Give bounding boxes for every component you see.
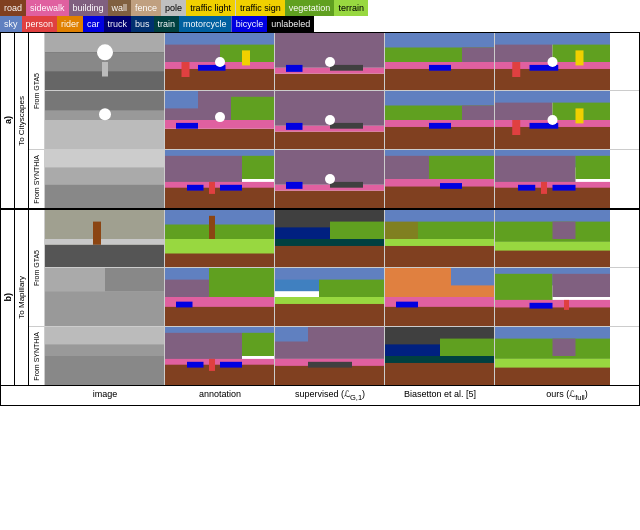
- b-synthia-img: [45, 327, 165, 385]
- b-synthia-ann: [165, 327, 275, 385]
- gta5-bia-1: [385, 33, 495, 90]
- legend-row-2: sky person rider car truck bus train mot…: [0, 16, 640, 32]
- legend-car: car: [83, 16, 104, 32]
- section-b: b) To Mapillary From GTA5: [1, 210, 639, 385]
- seg-cell: [275, 268, 385, 326]
- seg-cell: [495, 150, 639, 208]
- gta5-ann-2: [165, 91, 275, 149]
- b-synthia-sup: [275, 327, 385, 385]
- legend-bus: bus: [131, 16, 154, 32]
- bottom-label-annotation: annotation: [165, 389, 275, 402]
- gta5-ours-1: [495, 33, 610, 90]
- legend-truck: truck: [104, 16, 132, 32]
- gta5-ours-2: [495, 91, 610, 149]
- seg-cell: [165, 268, 275, 326]
- legend-building: building: [69, 0, 108, 16]
- gta5-img-2: [45, 91, 165, 149]
- seg-cell: [385, 150, 495, 208]
- legend-terrain: terrain: [334, 0, 368, 16]
- seg-cell: [385, 91, 495, 149]
- legend-container: road sidewalk building wall fence pole t…: [0, 0, 640, 33]
- img-cell: [45, 91, 165, 149]
- seg-cell: [275, 327, 385, 385]
- seg-cell: [165, 91, 275, 149]
- legend-train: train: [154, 16, 180, 32]
- legend-bicycle: bicycle: [231, 16, 268, 32]
- legend-person: person: [22, 16, 58, 32]
- seg-cell: [495, 91, 639, 149]
- b-gta5-ann-1: [165, 210, 275, 267]
- legend-rider: rider: [57, 16, 83, 32]
- img-cell: [45, 327, 165, 385]
- legend-vegetation: vegetation: [285, 0, 335, 16]
- b-gta5-bia-1: [385, 210, 495, 267]
- b-gta5-sup-1: [275, 210, 385, 267]
- seg-cell: [495, 327, 639, 385]
- seg-cell: [165, 210, 275, 267]
- legend-traffic-light: traffic light: [186, 0, 235, 16]
- img-cell: [45, 33, 165, 90]
- seg-cell: [165, 327, 275, 385]
- bottom-label-biasetton: Biasetton et al. [5]: [385, 389, 495, 402]
- b-gta5-img-2: [45, 268, 165, 326]
- section-b-label: b): [3, 293, 13, 302]
- legend-road: road: [0, 0, 26, 16]
- seg-cell: [165, 150, 275, 208]
- legend-fence: fence: [131, 0, 161, 16]
- gta5-sup-2: [275, 91, 385, 149]
- b-sublabel-gta5: From GTA5: [33, 250, 40, 286]
- a-sublabel-synthia: From SYNTHIA: [33, 155, 40, 204]
- seg-cell: [165, 33, 275, 90]
- gta5-sup-1: [275, 33, 385, 90]
- b-gta5-sup-2: [275, 268, 385, 326]
- bottom-label-supervised: supervised (ℒG,1): [275, 389, 385, 402]
- seg-cell: [275, 91, 385, 149]
- seg-cell: [385, 268, 495, 326]
- synthia-sup-a: [275, 150, 385, 208]
- img-cell: [45, 150, 165, 208]
- bottom-label-ours: ours (ℒfull): [495, 389, 639, 402]
- legend-unlabeled: unlabeled: [267, 16, 314, 32]
- synthia-ours-a: [495, 150, 610, 208]
- seg-cell: [385, 210, 495, 267]
- section-b-direction: To Mapillary: [17, 276, 26, 319]
- b-synthia-bia: [385, 327, 495, 385]
- section-a-label: a): [3, 116, 13, 124]
- seg-cell: [275, 150, 385, 208]
- seg-cell: [275, 33, 385, 90]
- synthia-ann-a: [165, 150, 275, 208]
- section-a-direction: To Cityscapes: [17, 96, 26, 146]
- seg-cell: [495, 33, 639, 90]
- legend-pole: pole: [161, 0, 186, 16]
- b-synthia-ours: [495, 327, 610, 385]
- seg-cell: [495, 210, 639, 267]
- synthia-img-a: [45, 150, 165, 208]
- img-cell: [45, 268, 165, 326]
- a-sublabel-gta5: From GTA5: [33, 73, 40, 109]
- b-gta5-bia-2: [385, 268, 495, 326]
- legend-sky: sky: [0, 16, 22, 32]
- legend-motorcycle: motorcycle: [179, 16, 231, 32]
- seg-cell: [385, 33, 495, 90]
- seg-cell: [495, 268, 639, 326]
- b-gta5-ann-2: [165, 268, 275, 326]
- b-sublabel-synthia: From SYNTHIA: [33, 332, 40, 381]
- legend-row-1: road sidewalk building wall fence pole t…: [0, 0, 640, 16]
- bottom-label-image: image: [45, 389, 165, 402]
- legend-wall: wall: [108, 0, 132, 16]
- gta5-ann-1: [165, 33, 275, 90]
- main-container: road sidewalk building wall fence pole t…: [0, 0, 640, 530]
- b-gta5-img-1: [45, 210, 165, 267]
- seg-cell: [275, 210, 385, 267]
- img-cell: [45, 210, 165, 267]
- synthia-bia-a: [385, 150, 495, 208]
- b-gta5-ours-1: [495, 210, 610, 267]
- gta5-img-1: [45, 33, 165, 90]
- section-a: a) To Cityscapes From GTA5: [1, 33, 639, 210]
- seg-cell: [385, 327, 495, 385]
- legend-traffic-sign: traffic sign: [235, 0, 285, 16]
- gta5-bia-2: [385, 91, 495, 149]
- b-gta5-ours-2: [495, 268, 610, 326]
- bottom-labels: image annotation supervised (ℒG,1) Biase…: [1, 385, 639, 405]
- legend-sidewalk: sidewalk: [26, 0, 69, 16]
